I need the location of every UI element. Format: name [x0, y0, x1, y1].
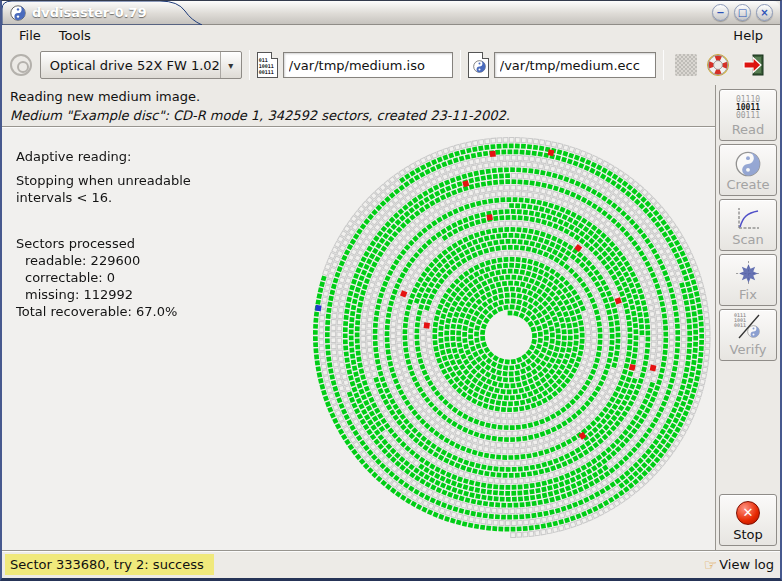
toolbar-separator	[460, 50, 461, 80]
scan-button[interactable]: Scan	[719, 199, 777, 251]
hand-pointer-icon: ☞	[704, 558, 717, 572]
stop-condition-line2: intervals < 16.	[16, 189, 191, 206]
sectors-missing: missing: 112992	[16, 286, 191, 303]
stop-icon: ✕	[736, 501, 760, 525]
menu-tools[interactable]: Tools	[50, 27, 100, 44]
medium-info: Medium "Example disc": CD-R mode 1, 3425…	[10, 106, 707, 125]
reading-mode-label: Adaptive reading:	[16, 148, 191, 165]
status-bar: Sector 333680, try 2: success ☞ View log	[2, 550, 780, 578]
quit-button[interactable]	[741, 52, 767, 78]
sectors-correctable: correctable: 0	[16, 269, 191, 286]
reading-panel: Adaptive reading: Stopping when unreadab…	[2, 128, 715, 550]
read-button[interactable]: 01110 10011 00111 Read	[719, 89, 777, 141]
menu-bar: File Tools Help	[2, 25, 780, 45]
exit-door-icon	[742, 53, 766, 77]
sectors-readable: readable: 229600	[16, 252, 191, 269]
sectors-processed-title: Sectors processed	[16, 235, 191, 252]
app-window: dvdisaster-0.79 − □ × File Tools Help Op…	[0, 0, 782, 581]
toolbar: Optical drive 52X FW 1.02 ▾ 011 10011 00…	[2, 45, 780, 85]
fix-button[interactable]: Fix	[719, 254, 777, 306]
preferences-icon-disabled	[675, 54, 697, 76]
drive-select-value: Optical drive 52X FW 1.02	[41, 58, 220, 73]
stop-button[interactable]: ✕ Stop	[719, 494, 777, 546]
action-sidebar: 01110 10011 00111 Read Create Scan	[716, 85, 780, 550]
toolbar-separator	[663, 50, 664, 80]
yin-yang-icon	[735, 151, 761, 177]
total-recoverable: Total recoverable: 67.0%	[16, 303, 191, 320]
menu-file[interactable]: File	[10, 27, 50, 44]
app-logo-icon	[10, 5, 26, 21]
chevron-down-icon[interactable]: ▾	[220, 52, 241, 78]
iso-file-icon: 011 10011 00111	[257, 52, 278, 78]
stop-condition-line1: Stopping when unreadable	[16, 172, 191, 189]
action-header: Reading new medium image. Medium "Exampl…	[2, 85, 715, 126]
close-button[interactable]: ×	[756, 4, 773, 21]
action-title: Reading new medium image.	[10, 87, 707, 106]
verify-button[interactable]: 0111 1001 0011 Verify	[719, 309, 777, 361]
fix-puzzle-icon	[735, 260, 762, 287]
view-log-button[interactable]: ☞ View log	[704, 557, 774, 572]
window-body: Reading new medium image. Medium "Exampl…	[2, 85, 780, 550]
minimize-button[interactable]: −	[712, 4, 729, 21]
menu-help[interactable]: Help	[724, 27, 772, 44]
drive-select-dropdown[interactable]: Optical drive 52X FW 1.02 ▾	[40, 51, 242, 79]
create-button[interactable]: Create	[719, 144, 777, 196]
help-lifebelt-button[interactable]	[706, 52, 732, 78]
ecc-path-input[interactable]	[494, 52, 656, 78]
scan-curve-icon	[735, 205, 762, 232]
iso-path-input[interactable]	[283, 52, 453, 78]
ecc-file-icon	[468, 52, 489, 78]
verify-icon: 0111 1001 0011	[733, 313, 763, 341]
status-message: Sector 333680, try 2: success	[5, 554, 214, 575]
title-bar[interactable]: dvdisaster-0.79 − □ ×	[2, 1, 780, 25]
lifebelt-icon	[706, 53, 730, 77]
optical-disc-icon	[10, 54, 32, 76]
maximize-button[interactable]: □	[734, 4, 751, 21]
window-title: dvdisaster-0.79	[32, 5, 147, 20]
view-log-label: View log	[719, 557, 774, 572]
content-column: Reading new medium image. Medium "Exampl…	[2, 85, 716, 550]
binary-icon: 01110 10011 00111	[736, 96, 760, 120]
reading-stats: Adaptive reading: Stopping when unreadab…	[16, 148, 191, 320]
toolbar-separator	[249, 50, 250, 80]
